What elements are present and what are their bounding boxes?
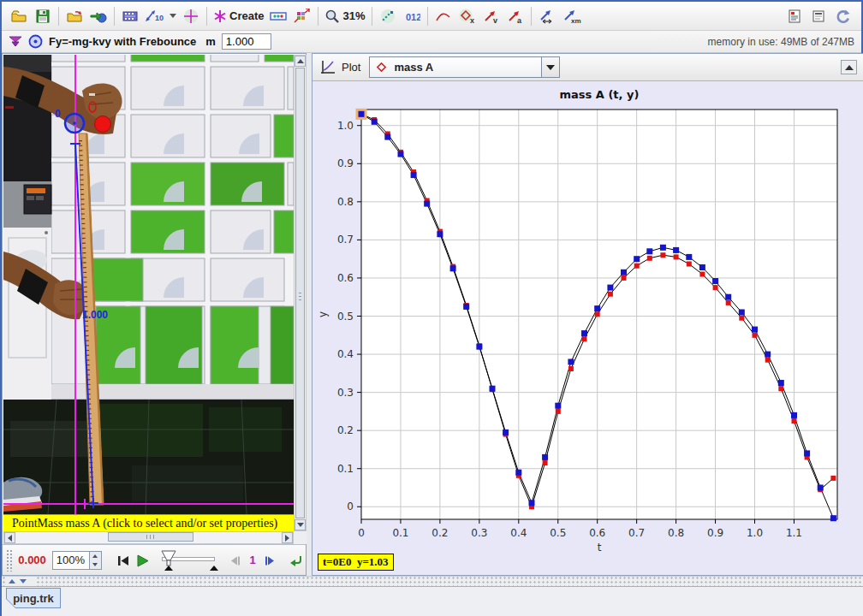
frame-slider[interactable] [160, 549, 217, 572]
data-point[interactable] [359, 111, 365, 117]
data-point[interactable] [818, 485, 824, 491]
data-point[interactable] [634, 264, 640, 269]
data-point[interactable] [712, 278, 718, 284]
data-point[interactable] [634, 256, 640, 262]
open-button[interactable] [7, 5, 31, 27]
data-point[interactable] [581, 330, 587, 336]
data-point[interactable] [594, 305, 600, 311]
track-combo[interactable]: mass A [369, 56, 560, 78]
data-point[interactable] [608, 292, 613, 297]
data-point[interactable] [660, 252, 665, 258]
data-point[interactable] [515, 470, 521, 476]
data-point[interactable] [699, 272, 705, 277]
vector-sum-button[interactable] [535, 5, 559, 27]
tab-ping-trk[interactable]: ping.trk [6, 588, 61, 608]
data-point[interactable] [804, 450, 810, 456]
data-point[interactable] [568, 359, 574, 365]
scroll-up-button[interactable] [295, 56, 306, 67]
data-point[interactable] [830, 515, 836, 521]
data-point[interactable] [450, 265, 456, 271]
positions-button[interactable]: x [455, 5, 479, 27]
player-drag-handle[interactable] [6, 549, 13, 572]
axes-button[interactable] [179, 5, 203, 27]
data-point[interactable] [739, 316, 744, 321]
data-point[interactable] [791, 412, 797, 418]
chart-region[interactable]: 00.10.20.30.40.50.60.70.80.91.01.100.10.… [312, 81, 863, 575]
data-point[interactable] [384, 134, 390, 140]
data-point[interactable] [673, 247, 679, 253]
data-point[interactable] [476, 344, 482, 350]
data-point[interactable] [595, 311, 600, 317]
step-back-button[interactable] [225, 550, 244, 571]
go-to-start-button[interactable] [114, 550, 133, 571]
data-point[interactable] [647, 256, 652, 261]
scroll-left-button[interactable] [4, 532, 15, 543]
notes-button[interactable] [783, 5, 806, 27]
data-point[interactable] [398, 151, 404, 157]
data-point[interactable] [463, 304, 469, 310]
data-point[interactable] [555, 403, 561, 409]
clip-start-marker[interactable] [164, 566, 173, 571]
calibration-points-button[interactable] [290, 5, 314, 27]
data-point[interactable] [372, 119, 378, 125]
data-point[interactable] [582, 336, 587, 341]
scroll-down-button[interactable] [295, 519, 306, 530]
bottom-splitter[interactable] [2, 576, 863, 586]
slider-thumb[interactable] [162, 551, 176, 560]
mass-input[interactable] [222, 33, 271, 50]
data-point[interactable] [490, 386, 496, 392]
selected-point-marker[interactable] [65, 114, 84, 133]
data-point[interactable] [686, 254, 692, 260]
play-button[interactable] [133, 550, 152, 571]
data-point[interactable] [424, 201, 430, 207]
model-name-label[interactable]: Fy=-mg-kvy with Frebounce [49, 35, 196, 48]
track-combo-arrow[interactable] [542, 56, 560, 78]
zoom-button[interactable]: 31% [322, 5, 367, 27]
rate-up-button[interactable] [90, 552, 101, 560]
calibration-button[interactable]: 10 [142, 5, 179, 27]
video-vertical-scrollbar[interactable] [294, 55, 307, 531]
filter-icon[interactable] [9, 36, 22, 48]
data-point[interactable] [411, 172, 417, 178]
data-point[interactable] [660, 245, 666, 251]
data-point[interactable] [621, 270, 627, 275]
data-point[interactable] [556, 409, 561, 414]
data-point[interactable] [529, 500, 535, 506]
create-button[interactable]: Create [211, 5, 266, 27]
data-point[interactable] [792, 418, 797, 424]
data-point[interactable] [713, 285, 718, 290]
data-point[interactable] [765, 352, 771, 358]
traces-button[interactable] [432, 5, 455, 27]
data-point[interactable] [437, 231, 443, 237]
data-point[interactable] [753, 333, 758, 338]
measuring-tools-button[interactable] [266, 5, 290, 27]
clip-settings-button[interactable] [118, 5, 142, 27]
data-point[interactable] [622, 275, 627, 281]
scroll-right-button[interactable] [282, 532, 293, 543]
step-forward-button[interactable] [261, 550, 280, 571]
clip-end-marker[interactable] [210, 566, 218, 571]
data-point[interactable] [674, 254, 679, 259]
data-point[interactable] [607, 285, 613, 291]
data-point[interactable] [568, 366, 574, 371]
open-library-button[interactable] [62, 5, 86, 27]
data-point[interactable] [725, 294, 731, 300]
vertical-scroll-thumb[interactable] [295, 68, 305, 518]
center-of-mass-button[interactable]: xm [559, 5, 585, 27]
save-button[interactable] [31, 5, 55, 27]
track-combo-face[interactable]: mass A [369, 56, 542, 78]
labels-button[interactable]: 012 [400, 5, 424, 27]
data-point[interactable] [699, 264, 705, 270]
refresh-button[interactable] [830, 5, 854, 27]
plot-chart[interactable]: 00.10.20.30.40.50.60.70.80.91.01.100.10.… [312, 81, 863, 575]
video-viewport[interactable]: 0 1.000 [3, 55, 294, 514]
horizontal-scroll-thumb[interactable] [108, 532, 193, 542]
data-point[interactable] [739, 310, 745, 316]
rate-value[interactable]: 100% [52, 551, 90, 570]
drawings-button[interactable] [806, 5, 830, 27]
rate-spinner[interactable]: 100% [52, 551, 102, 570]
data-point[interactable] [830, 476, 836, 481]
track-status-bar[interactable]: PointMass mass A (click to select and/or… [3, 514, 294, 531]
video-horizontal-scrollbar[interactable] [3, 531, 294, 544]
data-point[interactable] [542, 454, 548, 460]
